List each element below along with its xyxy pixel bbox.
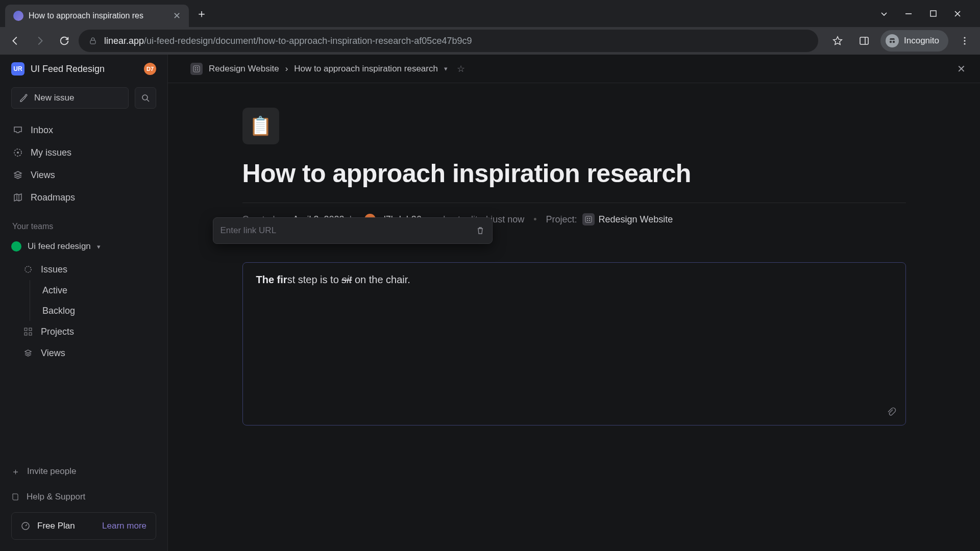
project-chip[interactable]: Redesign Website [582, 213, 673, 226]
breadcrumb-project[interactable]: Redesign Website [209, 64, 279, 74]
bookmark-star-icon[interactable] [827, 31, 848, 51]
plus-icon: ＋ [11, 466, 20, 478]
new-issue-label: New issue [34, 93, 74, 103]
svg-rect-14 [24, 333, 27, 335]
project-icon [582, 213, 595, 226]
side-panel-icon[interactable] [854, 31, 874, 51]
workspace-switcher[interactable]: UR UI Feed Redesign D7 [0, 55, 167, 83]
breadcrumb-separator: › [285, 64, 288, 74]
gauge-icon [21, 521, 30, 531]
chevron-down-icon[interactable] [879, 10, 889, 18]
group-label: Issues [41, 264, 67, 275]
workspace-badge: UR [11, 62, 24, 76]
new-tab-button[interactable]: ＋ [196, 6, 207, 21]
book-icon [11, 493, 19, 501]
svg-rect-0 [930, 11, 936, 16]
inbox-icon [12, 125, 23, 135]
target-icon [12, 147, 23, 158]
plan-label: Free Plan [37, 521, 75, 531]
url-text: linear.app/ui-feed-redesign/document/how… [104, 36, 472, 46]
help-support-link[interactable]: Help & Support [11, 487, 156, 507]
reload-button[interactable] [54, 31, 75, 51]
svg-point-5 [964, 37, 965, 38]
plan-chip[interactable]: Free Plan Learn more [11, 512, 156, 540]
browser-tab[interactable]: How to approach inspiration res ✕ [5, 5, 189, 27]
breadcrumb-doc[interactable]: How to approach inspiration research [294, 64, 438, 74]
team-filter-backlog[interactable]: Backlog [42, 300, 161, 321]
forward-button[interactable] [30, 31, 50, 51]
incognito-chip[interactable]: Incognito [880, 30, 948, 52]
lock-icon [89, 37, 97, 45]
svg-point-6 [964, 40, 965, 41]
svg-rect-21 [197, 69, 198, 70]
team-group-projects[interactable]: Projects [23, 321, 161, 342]
tab-close-icon[interactable]: ✕ [173, 10, 181, 21]
layers-icon [23, 348, 34, 358]
search-button[interactable] [135, 87, 156, 109]
team-group-issues[interactable]: Issues [23, 259, 161, 280]
svg-rect-13 [29, 328, 32, 331]
minimize-icon[interactable] [904, 10, 913, 17]
svg-rect-15 [29, 333, 32, 335]
invite-people-link[interactable]: ＋ Invite people [11, 461, 156, 482]
editor-line[interactable]: The first step is to sit on the chair. [256, 274, 892, 286]
incognito-label: Incognito [904, 36, 939, 46]
svg-rect-19 [197, 67, 198, 68]
doc-title[interactable]: How to approach inspiration research [242, 159, 906, 188]
doc-meta: Created on April 3, 2023 by D7 d7bdeb36 … [242, 203, 906, 226]
document-editor[interactable]: The first step is to sit on the chair. [242, 262, 906, 425]
team-filter-active[interactable]: Active [42, 280, 161, 300]
sidebar-item-inbox[interactable]: Inbox [6, 119, 161, 141]
svg-rect-22 [585, 216, 592, 222]
tab-title: How to approach inspiration res [29, 11, 168, 20]
main-panel: Redesign Website › How to approach inspi… [168, 55, 980, 551]
teams-heading: Your teams [0, 212, 167, 236]
svg-rect-25 [587, 220, 588, 221]
svg-rect-26 [589, 220, 590, 221]
chevron-down-icon: ▾ [97, 243, 101, 251]
chevron-down-icon[interactable]: ▾ [444, 65, 448, 72]
back-button[interactable] [5, 31, 26, 51]
link-url-popover [213, 217, 493, 244]
new-issue-button[interactable]: New issue [11, 87, 129, 109]
map-icon [12, 192, 23, 203]
linear-favicon [13, 11, 23, 21]
group-label: Views [41, 348, 65, 359]
svg-point-4 [893, 41, 895, 43]
close-panel-icon[interactable]: ✕ [957, 63, 966, 75]
svg-point-10 [17, 152, 19, 154]
team-name: Ui feed redesign [28, 241, 91, 252]
sidebar-item-roadmaps[interactable]: Roadmaps [6, 186, 161, 209]
svg-rect-17 [193, 66, 200, 72]
svg-rect-18 [195, 67, 196, 68]
sidebar-item-my-issues[interactable]: My issues [6, 141, 161, 164]
address-bar[interactable]: linear.app/ui-feed-redesign/document/how… [79, 30, 818, 52]
sidebar-item-label: My issues [31, 147, 71, 158]
svg-rect-20 [195, 69, 196, 70]
svg-rect-1 [90, 40, 95, 44]
learn-more-link[interactable]: Learn more [102, 521, 146, 531]
doc-emoji[interactable]: 📋 [242, 108, 279, 144]
svg-rect-2 [860, 37, 868, 44]
search-icon [141, 93, 150, 103]
sidebar-item-label: Views [31, 170, 55, 181]
workspace-name: UI Feed Redesign [31, 64, 138, 74]
link-url-input[interactable] [220, 226, 471, 236]
layers-icon [12, 170, 23, 180]
team-group-views[interactable]: Views [23, 342, 161, 364]
team-color-dot [11, 241, 21, 252]
trash-icon[interactable] [476, 226, 485, 235]
attachment-icon[interactable] [886, 407, 896, 417]
circle-dashed-icon [23, 265, 34, 274]
svg-rect-24 [589, 218, 590, 219]
compose-icon [19, 93, 28, 103]
breadcrumb: Redesign Website › How to approach inspi… [168, 55, 980, 83]
maximize-icon[interactable] [928, 10, 938, 17]
sidebar-item-views[interactable]: Views [6, 164, 161, 186]
kebab-menu-icon[interactable] [954, 31, 975, 51]
sidebar-item-label: Inbox [31, 125, 53, 136]
favorite-star-icon[interactable]: ☆ [457, 63, 465, 74]
user-avatar[interactable]: D7 [144, 63, 156, 75]
team-row[interactable]: Ui feed redesign ▾ [0, 236, 167, 257]
close-window-icon[interactable] [953, 10, 962, 17]
